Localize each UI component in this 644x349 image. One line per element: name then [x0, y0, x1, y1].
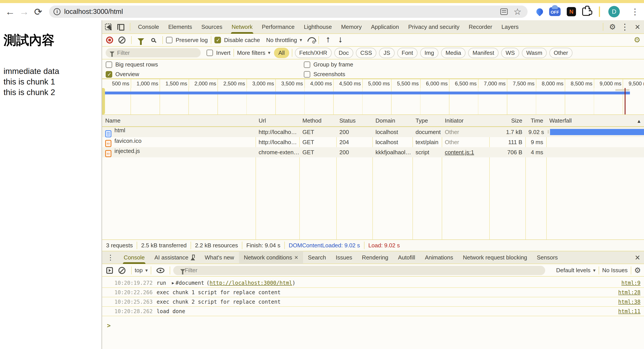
console-prompt[interactable]: > — [107, 322, 644, 329]
close-icon[interactable]: × — [294, 254, 298, 261]
tab-privacy-security[interactable]: Privacy and security — [404, 20, 464, 34]
request-row-html[interactable]: html http://localho… GET 200 localhost d… — [102, 127, 644, 137]
devtools-close-button[interactable]: × — [631, 22, 644, 31]
disable-cache-checkbox[interactable]: Disable cache — [214, 37, 260, 44]
back-button[interactable]: ← — [3, 4, 17, 19]
drawer-tab-sensors[interactable]: Sensors — [532, 251, 562, 264]
drawer-tab-ai-assistance[interactable]: AI assistance — [150, 251, 200, 264]
col-header-domain[interactable]: Domain — [372, 117, 412, 124]
throttling-select[interactable]: No throttling ▾ — [266, 37, 302, 44]
col-header-url[interactable]: Url — [256, 117, 299, 124]
overview-left-grip[interactable] — [102, 88, 105, 114]
document-node[interactable]: #document — [176, 280, 204, 286]
filter-pill-all[interactable]: All — [274, 48, 289, 58]
tab-application[interactable]: Application — [366, 20, 404, 34]
device-toolbar-button[interactable] — [114, 21, 127, 32]
browser-menu-icon[interactable]: ⋮ — [626, 7, 644, 16]
screenshots-checkbox[interactable]: Screenshots — [304, 71, 345, 78]
source-link[interactable]: html:11 — [618, 308, 640, 314]
console-settings-button[interactable]: ⚙ — [634, 266, 641, 274]
console-filter-input[interactable] — [173, 266, 545, 275]
col-header-status[interactable]: Status — [336, 117, 372, 124]
col-header-waterfall[interactable]: Waterfall — [546, 117, 644, 124]
big-request-rows-checkbox[interactable]: Big request rows — [106, 61, 158, 68]
filter-toggle-button[interactable] — [135, 34, 147, 46]
record-network-log-button[interactable] — [104, 34, 116, 46]
request-row-injected-js[interactable]: injected.js chrome-exten… GET 200 kkkfjo… — [102, 147, 644, 157]
import-har-button[interactable]: ⭡ — [322, 34, 334, 46]
domcontentloaded-link[interactable]: DOMContentLoaded: 9.02 s — [285, 242, 364, 249]
source-link[interactable]: html:9 — [621, 280, 640, 286]
drawer-tab-autofill[interactable]: Autofill — [393, 251, 420, 264]
profile-avatar[interactable]: D — [608, 6, 620, 18]
filter-pill-img[interactable]: Img — [420, 48, 438, 58]
live-expression-button[interactable] — [154, 265, 166, 276]
extension-kite-icon[interactable] — [535, 7, 544, 16]
preserve-log-checkbox[interactable]: Preserve log — [166, 37, 208, 44]
filter-pill-ws[interactable]: WS — [501, 48, 519, 58]
filter-pill-wasm[interactable]: Wasm — [522, 48, 547, 58]
console-sidebar-button[interactable] — [104, 265, 116, 276]
tab-memory[interactable]: Memory — [336, 20, 366, 34]
drawer-menu-icon[interactable]: ⋮ — [102, 253, 119, 262]
extension-n-icon[interactable] — [567, 7, 576, 16]
reload-button[interactable]: ⟳ — [31, 4, 45, 19]
col-header-name[interactable]: Name — [102, 117, 256, 124]
request-row-favicon[interactable]: favicon.ico http://localho… GET 204 loca… — [102, 137, 644, 147]
log-levels-select[interactable]: Default levels ▾ — [556, 267, 596, 274]
drawer-tab-network-request-blocking[interactable]: Network request blocking — [458, 251, 532, 264]
filter-pill-js[interactable]: JS — [379, 48, 394, 58]
inspect-element-button[interactable] — [102, 21, 114, 32]
clear-console-button[interactable] — [116, 265, 128, 276]
more-filters-dropdown[interactable]: More filters ▾ — [237, 50, 270, 56]
drawer-close-button[interactable]: × — [631, 253, 644, 262]
filter-pill-manifest[interactable]: Manifest — [468, 48, 498, 58]
filter-pill-css[interactable]: CSS — [356, 48, 376, 58]
group-by-frame-checkbox[interactable]: Group by frame — [304, 61, 353, 68]
col-header-type[interactable]: Type — [412, 117, 442, 124]
source-link[interactable]: html:38 — [618, 299, 640, 305]
drawer-tab-network-conditions[interactable]: Network conditions× — [239, 251, 303, 264]
tab-recorder[interactable]: Recorder — [464, 20, 497, 34]
filter-pill-media[interactable]: Media — [441, 48, 466, 58]
network-conditions-icon[interactable] — [306, 37, 316, 43]
initiator-link[interactable]: content.js:1 — [445, 149, 474, 156]
tab-layers[interactable]: Layers — [497, 20, 523, 34]
col-header-size[interactable]: Size — [489, 117, 525, 124]
col-header-method[interactable]: Method — [299, 117, 336, 124]
tab-sources[interactable]: Sources — [197, 20, 227, 34]
issues-counter[interactable]: No Issues — [602, 267, 628, 274]
filter-pill-font[interactable]: Font — [397, 48, 418, 58]
drawer-tab-search[interactable]: Search — [303, 251, 331, 264]
extensions-puzzle-icon[interactable] — [582, 8, 590, 16]
filter-pill-doc[interactable]: Doc — [334, 48, 353, 58]
network-settings-button[interactable]: ⚙ — [634, 36, 640, 44]
document-url-link[interactable]: http://localhost:3000/html — [210, 280, 292, 286]
tab-network[interactable]: Network — [227, 20, 257, 34]
network-filter-input[interactable] — [106, 48, 201, 58]
forward-button[interactable]: → — [17, 4, 31, 19]
bookmark-star-icon[interactable]: ☆ — [514, 7, 522, 16]
export-har-button[interactable]: ⭣ — [334, 34, 347, 46]
tab-console[interactable]: Console — [134, 20, 164, 34]
filter-pill-fetchxhr[interactable]: Fetch/XHR — [295, 48, 332, 58]
drawer-tab-console[interactable]: Console — [119, 251, 150, 264]
source-link[interactable]: html:28 — [618, 289, 640, 296]
drawer-tab-issues[interactable]: Issues — [331, 251, 357, 264]
filter-pill-other[interactable]: Other — [549, 48, 572, 58]
tab-lighthouse[interactable]: Lighthouse — [299, 20, 336, 34]
translate-icon[interactable] — [500, 8, 508, 15]
overview-checkbox[interactable]: Overview — [106, 71, 139, 78]
sort-asc-icon[interactable]: ▲ — [636, 118, 641, 124]
devtools-menu-button[interactable]: ⋮ — [619, 21, 631, 32]
devtools-settings-button[interactable]: ⚙ — [606, 21, 619, 32]
tab-performance[interactable]: Performance — [257, 20, 299, 34]
drawer-tab-whats-new[interactable]: What's new — [200, 251, 239, 264]
extension-off-badge[interactable]: OFF — [549, 7, 560, 16]
drawer-tab-rendering[interactable]: Rendering — [357, 251, 393, 264]
network-overview-band[interactable] — [102, 88, 644, 115]
execution-context-select[interactable]: top ▾ — [135, 267, 148, 274]
disclosure-triangle-icon[interactable]: ▶ — [172, 280, 174, 285]
address-bar[interactable]: i ☆ — [49, 6, 528, 18]
url-input[interactable] — [64, 8, 500, 16]
